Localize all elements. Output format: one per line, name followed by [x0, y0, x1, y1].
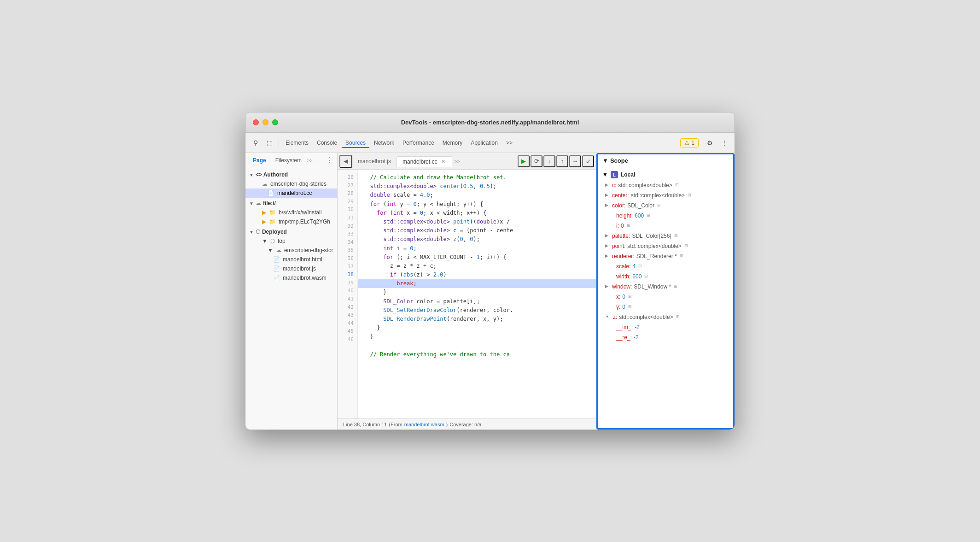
sidebar-tab-more[interactable]: >> [307, 158, 313, 163]
scope-item-y[interactable]: y: 0 ⊞ [598, 302, 733, 312]
code-line-28[interactable]: double scale = 4.0; [358, 191, 596, 200]
code-line-39[interactable]: } [358, 288, 596, 297]
code-line-40[interactable]: SDL_Color color = palette[i]; [358, 297, 596, 306]
more-menu-btn[interactable]: ⋮ [718, 136, 731, 149]
code-line-30[interactable]: for (int x = 0; x < width; x++) { [358, 209, 596, 218]
ln-30[interactable]: 30 [338, 206, 357, 214]
code-tab-cc[interactable]: mandelbrot.cc ✕ [397, 156, 452, 167]
ln-28[interactable]: 28 [338, 189, 357, 198]
ln-27[interactable]: 27 [338, 182, 357, 190]
code-line-35[interactable]: for (; i < MAX_ITER_COUNT - 1; i++) { [358, 253, 596, 262]
scope-item-z[interactable]: ▼ z: std::complex<double> ⊞ [598, 312, 733, 322]
code-line-41[interactable]: SDL_SetRenderDrawColor(renderer, color. [358, 306, 596, 315]
application-tab[interactable]: Application [467, 138, 502, 148]
step-btn[interactable]: → [569, 155, 581, 167]
console-tab[interactable]: Console [313, 138, 341, 148]
ln-44[interactable]: 44 [338, 319, 357, 328]
sidebar-menu-btn[interactable]: ⋮ [326, 157, 333, 164]
scope-subitem-im[interactable]: __im_: -2 [598, 322, 733, 332]
more-panels-btn[interactable]: >> [502, 138, 516, 148]
scope-item-height[interactable]: height: 600 ⊞ [598, 211, 733, 221]
tree-item-tmp[interactable]: ▶ 📁 tmp/tmp.ELcTq2YGh [245, 217, 337, 226]
code-line-31[interactable]: std::complex<double> point((double)x / [358, 218, 596, 226]
maximize-button[interactable] [272, 119, 278, 125]
deactivate-btn[interactable]: ↙ [582, 155, 594, 167]
ln-43[interactable]: 43 [338, 311, 357, 319]
scope-local-header[interactable]: ▼ L Local [598, 169, 733, 180]
network-tab[interactable]: Network [370, 138, 398, 148]
close-tab-cc[interactable]: ✕ [440, 159, 446, 165]
ln-33[interactable]: 33 [338, 230, 357, 238]
step-out-btn[interactable]: ↑ [556, 155, 568, 167]
code-line-32[interactable]: std::complex<double> c = (point - cente [358, 226, 596, 235]
ln-42[interactable]: 42 [338, 303, 357, 312]
ln-46[interactable]: 46 [338, 336, 357, 344]
scope-item-renderer[interactable]: ▶ renderer: SDL_Renderer * ⊞ [598, 251, 733, 261]
ln-29[interactable]: 29 [338, 198, 357, 206]
scope-item-i[interactable]: i: 0 ⊞ [598, 221, 733, 231]
warning-badge[interactable]: ⚠ 1 [680, 138, 699, 147]
sources-tab[interactable]: Sources [342, 138, 369, 148]
ln-41[interactable]: 41 [338, 295, 357, 303]
ln-40[interactable]: 40 [338, 287, 357, 295]
code-line-34[interactable]: int i = 0; [358, 244, 596, 253]
tree-item-top[interactable]: ▼ ⬡ top [245, 236, 337, 246]
device-icon-btn[interactable]: ⬚ [263, 136, 276, 149]
collapse-sidebar-btn[interactable]: ◀ [339, 155, 352, 168]
scope-item-point[interactable]: ▶ point: std::complex<double> ⊞ [598, 241, 733, 251]
status-file[interactable]: mandelbrot.wasm [404, 422, 444, 427]
settings-btn[interactable]: ⚙ [703, 136, 716, 149]
tree-item-mandelbrot-cc[interactable]: 📄 mandelbrot.cc [245, 189, 337, 198]
tree-item-install[interactable]: ▶ 📁 b/s/w/ir/x/w/install [245, 208, 337, 217]
code-line-45[interactable] [358, 342, 596, 350]
ln-34[interactable]: 34 [338, 238, 357, 247]
code-line-29[interactable]: for (int y = 0; y < height; y++) { [358, 200, 596, 209]
tree-item-emscripten-deployed[interactable]: ▼ ☁ emscripten-dbg-stor [245, 246, 337, 255]
scope-item-width[interactable]: width: 600 ⊞ [598, 271, 733, 282]
code-tab-js[interactable]: mandelbrot.js [352, 156, 397, 166]
ln-45[interactable]: 45 [338, 327, 357, 336]
tree-item-mandelbrot-html[interactable]: 📄 mandelbrot.html [245, 255, 337, 264]
ln-36[interactable]: 36 [338, 254, 357, 263]
scope-item-palette[interactable]: ▶ palette: SDL_Color[256] ⊞ [598, 231, 733, 241]
scope-item-color[interactable]: ▶ color: SDL_Color ⊞ [598, 200, 733, 211]
code-line-33[interactable]: std::complex<double> z(0, 0); [358, 235, 596, 244]
ln-37[interactable]: 37 [338, 263, 357, 271]
elements-tab[interactable]: Elements [282, 138, 312, 148]
cursor-icon-btn[interactable]: ⚲ [249, 136, 262, 149]
minimize-button[interactable] [262, 119, 268, 125]
code-line-42[interactable]: SDL_RenderDrawPoint(renderer, x, y); [358, 315, 596, 324]
scope-item-x[interactable]: x: 0 ⊞ [598, 292, 733, 302]
ln-39[interactable]: 39 [338, 279, 357, 287]
sidebar-tab-page[interactable]: Page [249, 156, 270, 165]
ln-35[interactable]: 35 [338, 246, 357, 254]
tree-item-mandelbrot-js[interactable]: 📄 mandelbrot.js [245, 264, 337, 273]
code-line-27[interactable]: std::complex<double> center(0.5, 0.5); [358, 182, 596, 191]
authored-header[interactable]: ▼ <> Authored [245, 170, 337, 179]
memory-tab[interactable]: Memory [439, 138, 466, 148]
step-over-btn[interactable]: ⟳ [531, 155, 542, 167]
code-line-38[interactable]: break; [358, 279, 596, 288]
code-tab-more[interactable]: >> [454, 159, 460, 164]
close-button[interactable] [253, 119, 259, 125]
scope-item-window[interactable]: ▶ window: SDL_Window * ⊞ [598, 282, 733, 292]
code-line-46[interactable]: // Render everything we've drawn to the … [358, 350, 596, 359]
code-line-44[interactable]: } [358, 332, 596, 341]
tree-item-emscripten-cloud[interactable]: ☁ emscripten-dbg-stories [245, 179, 337, 189]
code-line-43[interactable]: } [358, 324, 596, 332]
ln-38[interactable]: 38 [338, 271, 357, 279]
step-into-btn[interactable]: ↓ [543, 155, 555, 167]
ln-31[interactable]: 31 [338, 214, 357, 222]
code-line-37[interactable]: if (abs(z) > 2.0) [358, 271, 596, 279]
scope-item-c[interactable]: ▶ c: std::complex<double> ⊞ [598, 180, 733, 190]
scope-item-center[interactable]: ▶ center: std::complex<double> ⊞ [598, 190, 733, 200]
deployed-header[interactable]: ▼ ⬡ Deployed [245, 227, 337, 236]
ln-32[interactable]: 32 [338, 222, 357, 230]
scope-subitem-re[interactable]: __re_: -2 [598, 332, 733, 342]
scope-item-scale[interactable]: scale: 4 ⊞ [598, 261, 733, 271]
resume-btn[interactable]: ▶ [518, 155, 530, 167]
code-line-26[interactable]: // Calculate and draw the Mandelbrot set… [358, 173, 596, 182]
sidebar-tab-filesystem[interactable]: Filesystem [272, 156, 305, 165]
ln-26[interactable]: 26 [338, 173, 357, 182]
tree-item-mandelbrot-wasm[interactable]: 📄 mandelbrot.wasm [245, 273, 337, 283]
